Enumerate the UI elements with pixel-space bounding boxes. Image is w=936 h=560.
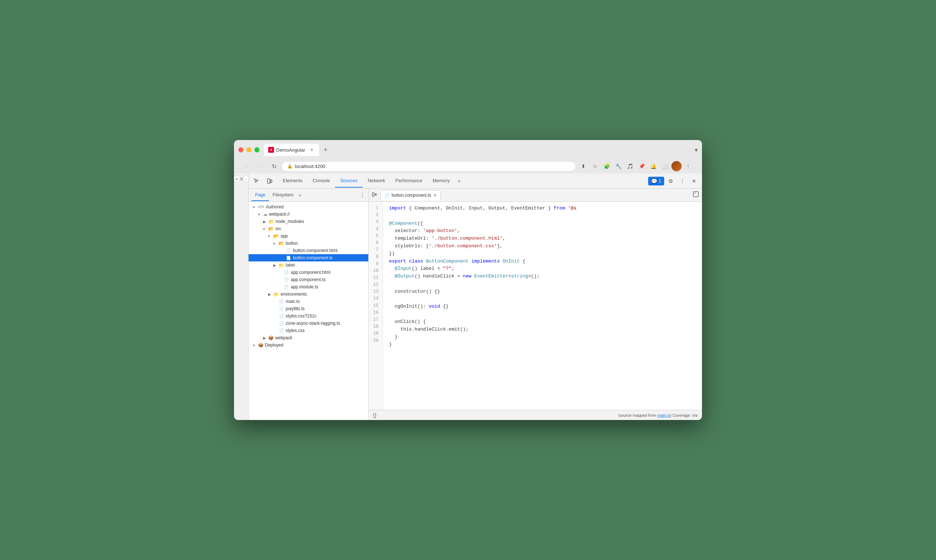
url-bar[interactable]: 🔒 localhost:4200	[282, 162, 575, 171]
deployed-icon: 📦	[258, 343, 264, 348]
tree-styles-css-hash[interactable]: 📄 styles.css?231c	[248, 312, 368, 320]
maximize-traffic-light[interactable]	[254, 147, 259, 152]
tree-styles-css-hash-label: styles.css?231c	[286, 314, 317, 318]
editor-pretty-print-button[interactable]	[692, 191, 699, 199]
tree-polyfills-ts-label: polyfills.ts	[286, 306, 305, 311]
tab-performance[interactable]: Performance	[390, 174, 427, 188]
tab-network[interactable]: Network	[363, 174, 390, 188]
browser-tab-title: DemoAngular	[276, 147, 305, 153]
close-traffic-light[interactable]	[238, 147, 244, 152]
settings-button[interactable]: ⚙	[666, 176, 676, 186]
tree-button-ts[interactable]: 📄 button.component.ts	[248, 254, 368, 262]
share-button[interactable]: ⬆	[578, 161, 589, 171]
editor-sidebar-toggle[interactable]	[372, 192, 378, 198]
arrow-button-folder: ▾	[273, 242, 278, 245]
notification-button[interactable]: 💬 1	[648, 177, 664, 185]
tree-deployed[interactable]: ▾ 📦 Deployed	[248, 342, 368, 349]
tree-webpack-folder-label: webpack	[275, 335, 292, 340]
extension-3-button[interactable]: 🎵	[625, 161, 635, 171]
editor-file-tab-close[interactable]: ✕	[433, 193, 437, 198]
tree-button-html[interactable]: 📄 button.component.html	[248, 247, 368, 254]
zoom-level: 0	[241, 177, 243, 181]
code-area[interactable]: 12345 678910 1112131415 1617181920 impor…	[369, 202, 702, 410]
zoom-controls: + 0 -	[234, 175, 248, 182]
element-picker-button[interactable]	[251, 176, 262, 186]
folder-label-icon: 📁	[278, 263, 284, 268]
tree-webpack-root[interactable]: ▾ ☁ webpack://	[248, 211, 368, 218]
tab-memory[interactable]: Memory	[428, 174, 455, 188]
folder-src-icon: 📂	[268, 226, 274, 231]
more-actions-button[interactable]: ⋮	[677, 176, 688, 186]
extension-1-button[interactable]: 🧩	[601, 161, 612, 171]
device-toggle-button[interactable]	[265, 176, 275, 186]
code-editor: 📄 button.component.ts ✕	[369, 189, 702, 420]
sources-menu-button[interactable]: ⋮	[359, 192, 365, 198]
arrow-environments: ▶	[268, 292, 273, 296]
tree-authored-label: Authored	[266, 205, 284, 209]
sources-tab-filesystem[interactable]: Filesystem	[269, 189, 297, 201]
tree-environments[interactable]: ▶ 📁 environments	[248, 291, 368, 298]
code-content[interactable]: import { Component, OnInit, Input, Outpu…	[383, 202, 702, 410]
pretty-print-button[interactable]: {}	[373, 412, 376, 418]
title-bar: A DemoAngular ✕ + ▾	[238, 144, 698, 156]
tree-main-ts-label: main.ts	[286, 299, 300, 304]
tree-label-folder[interactable]: ▶ 📁 label	[248, 262, 368, 269]
folder-app-icon: 📂	[273, 234, 279, 238]
devtools-body: Page Filesystem » ⋮ ▾ </> Authored	[248, 189, 702, 420]
tree-app-component-ts-label: app.component.ts	[291, 277, 325, 282]
file-styles-css-hash-icon: 📄	[278, 314, 284, 318]
browser-tab-close[interactable]: ✕	[309, 147, 315, 153]
extension-5-button[interactable]: 🔔	[648, 161, 658, 171]
tree-main-ts[interactable]: 📄 main.ts	[248, 298, 368, 305]
tree-styles-css[interactable]: 📄 styles.css	[248, 327, 368, 334]
tree-button-folder[interactable]: ▾ 📂 button	[248, 240, 368, 247]
tree-app-component-html[interactable]: 📄 app.component.html	[248, 269, 368, 276]
forward-button[interactable]: →	[256, 161, 266, 171]
arrow-webpack-folder: ▶	[263, 336, 268, 340]
folder-button-icon: 📂	[278, 241, 284, 246]
file-polyfills-icon: 📄	[278, 306, 284, 311]
sidebar-toggle-button[interactable]: ⬜	[660, 161, 670, 171]
browser-chrome: A DemoAngular ✕ + ▾ ← → ↻ 🔒 localhost:42…	[234, 140, 702, 174]
bookmark-button[interactable]: ☆	[590, 161, 600, 171]
browser-sidebar: + 0 -	[234, 174, 248, 420]
arrow-authored: ▾	[253, 205, 258, 209]
devtools-close-button[interactable]: ✕	[689, 176, 699, 186]
zoom-in-button[interactable]: +	[234, 175, 240, 182]
tree-webpack-folder[interactable]: ▶ 📦 webpack	[248, 334, 368, 342]
refresh-button[interactable]: ↻	[269, 161, 279, 171]
tree-authored[interactable]: ▾ </> Authored	[248, 203, 368, 211]
menu-button[interactable]: ⋮	[683, 161, 693, 171]
tree-button-folder-label: button	[286, 241, 298, 246]
new-tab-button[interactable]: +	[321, 145, 331, 155]
tab-dropdown-button[interactable]: ▾	[695, 146, 698, 154]
tree-node-modules[interactable]: ▶ 📁 node_modules	[248, 218, 368, 225]
tab-elements[interactable]: Elements	[278, 174, 307, 188]
arrow-webpack-root: ▾	[258, 212, 263, 216]
tree-app-component-ts[interactable]: 📄 app.component.ts	[248, 276, 368, 283]
more-tabs-button[interactable]: »	[455, 175, 463, 187]
profile-button[interactable]	[671, 161, 682, 171]
tree-src[interactable]: ▾ 📂 src	[248, 225, 368, 232]
file-tree: ▾ </> Authored ▾ ☁ webpack://	[248, 202, 368, 420]
svg-rect-6	[693, 192, 699, 197]
back-button[interactable]: ←	[243, 161, 253, 171]
devtools-icons	[251, 176, 275, 186]
editor-file-tab-button-ts[interactable]: 📄 button.component.ts ✕	[380, 190, 441, 200]
browser-tab-demoangular[interactable]: A DemoAngular ✕	[264, 144, 319, 156]
tab-console[interactable]: Console	[307, 174, 335, 188]
tree-polyfills-ts[interactable]: 📄 polyfills.ts	[248, 305, 368, 312]
zoom-out-button[interactable]: -	[244, 175, 248, 182]
sources-more-tabs[interactable]: »	[298, 192, 301, 198]
minimize-traffic-light[interactable]	[247, 147, 251, 152]
tree-app-module-ts[interactable]: 📄 app.module.ts	[248, 283, 368, 291]
tree-app[interactable]: ▾ 📂 app	[248, 232, 368, 240]
sources-tab-page[interactable]: Page	[251, 189, 269, 201]
tab-sources[interactable]: Sources	[335, 174, 363, 188]
extension-2-button[interactable]: 🔧	[613, 161, 623, 171]
tree-zone-ts-label: zone-async-stack-tagging.ts	[286, 321, 340, 326]
tree-zone-ts[interactable]: 📄 zone-async-stack-tagging.ts	[248, 320, 368, 327]
line-numbers: 12345 678910 1112131415 1617181920	[369, 202, 383, 410]
extension-4-button[interactable]: 📌	[637, 161, 647, 171]
source-link[interactable]: main.js	[657, 413, 670, 417]
